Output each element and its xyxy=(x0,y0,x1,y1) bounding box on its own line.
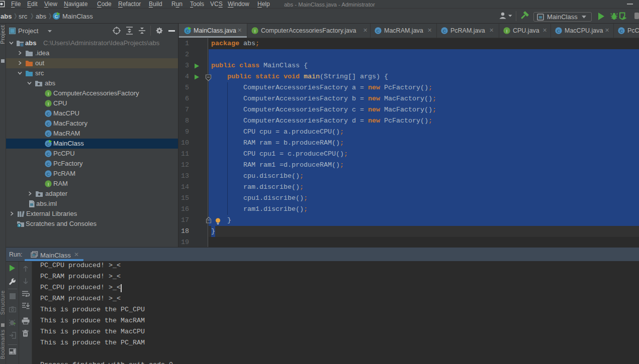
svg-text:I: I xyxy=(48,91,49,96)
svg-text:I: I xyxy=(48,181,49,187)
svg-text:C: C xyxy=(377,28,380,34)
svg-text:C: C xyxy=(443,28,446,34)
svg-text:I: I xyxy=(254,28,256,34)
svg-text:I: I xyxy=(506,28,508,34)
svg-text:C: C xyxy=(47,161,50,167)
svg-text:C: C xyxy=(47,151,50,157)
svg-text:C: C xyxy=(557,28,561,34)
svg-text:C: C xyxy=(47,131,50,137)
svg-text:C: C xyxy=(47,111,50,116)
svg-text:C: C xyxy=(620,28,623,34)
svg-text:I: I xyxy=(48,101,49,106)
svg-text:C: C xyxy=(47,171,50,177)
svg-text:C: C xyxy=(47,121,50,127)
